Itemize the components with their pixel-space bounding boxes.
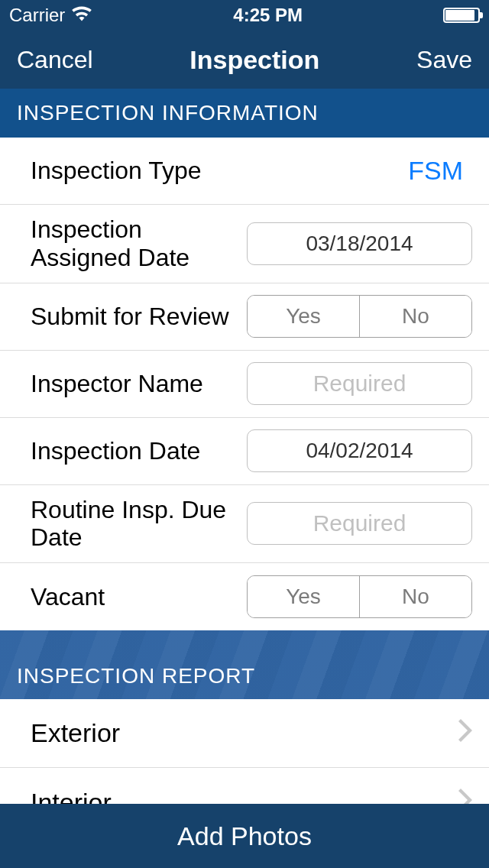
label-routine-due: Routine Insp. Due Date (31, 496, 247, 552)
cancel-button[interactable]: Cancel (17, 46, 93, 74)
section-header-report: INSPECTION REPORT (0, 630, 489, 699)
submit-review-no[interactable]: No (359, 296, 471, 337)
label-assigned-date: Inspection Assigned Date (31, 215, 247, 272)
report-item-exterior[interactable]: Exterior (0, 699, 489, 768)
vacant-no[interactable]: No (359, 576, 471, 617)
submit-review-segmented: Yes No (247, 295, 472, 338)
label-submit-review: Submit for Review (31, 303, 247, 331)
value-inspection-type[interactable]: FSM (408, 156, 472, 186)
report-header-label: INSPECTION REPORT (17, 664, 255, 688)
nav-bar: Cancel Inspection Save (0, 31, 489, 89)
carrier-label: Carrier (9, 5, 65, 26)
status-time: 4:25 PM (233, 5, 303, 26)
row-assigned-date: Inspection Assigned Date 03/18/2014 (0, 205, 489, 283)
assigned-date-field[interactable]: 03/18/2014 (247, 222, 472, 265)
info-section: Inspection Type FSM Inspection Assigned … (0, 138, 489, 630)
battery-icon (443, 8, 480, 23)
routine-due-field[interactable]: Required (247, 502, 472, 545)
inspector-name-field[interactable]: Required (247, 362, 472, 405)
chevron-right-icon (458, 718, 472, 748)
add-photos-button[interactable]: Add Photos (0, 804, 489, 868)
row-inspector-name: Inspector Name Required (0, 351, 489, 418)
inspection-date-field[interactable]: 04/02/2014 (247, 429, 472, 472)
section-header-info: INSPECTION INFORMATION (0, 89, 489, 138)
vacant-segmented: Yes No (247, 575, 472, 618)
status-bar: Carrier 4:25 PM (0, 0, 489, 31)
vacant-yes[interactable]: Yes (248, 576, 359, 617)
report-item-label: Exterior (31, 718, 120, 748)
row-inspection-date: Inspection Date 04/02/2014 (0, 418, 489, 485)
row-routine-due: Routine Insp. Due Date Required (0, 485, 489, 564)
row-inspection-type[interactable]: Inspection Type FSM (0, 138, 489, 205)
save-button[interactable]: Save (416, 46, 472, 74)
label-vacant: Vacant (31, 583, 247, 611)
page-title: Inspection (189, 45, 319, 75)
submit-review-yes[interactable]: Yes (248, 296, 359, 337)
label-inspection-date: Inspection Date (31, 437, 247, 465)
label-inspection-type: Inspection Type (31, 157, 408, 185)
row-vacant: Vacant Yes No (0, 563, 489, 630)
label-inspector-name: Inspector Name (31, 370, 247, 398)
status-left: Carrier (9, 5, 92, 26)
wifi-icon (71, 5, 92, 26)
row-submit-review: Submit for Review Yes No (0, 283, 489, 351)
